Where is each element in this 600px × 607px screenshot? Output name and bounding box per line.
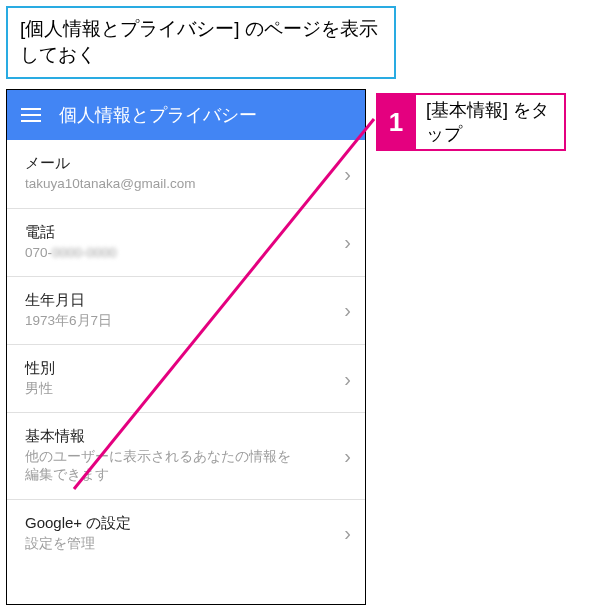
app-bar-title: 個人情報とプライバシー: [59, 103, 257, 127]
list-item-sub: 設定を管理: [25, 535, 295, 553]
list-item-title: Google+ の設定: [25, 514, 349, 533]
list-item-title: メール: [25, 154, 349, 173]
chevron-right-icon: ›: [344, 369, 351, 389]
step-number-badge: 1: [376, 93, 416, 151]
list-item-basic-info[interactable]: 基本情報 他のユーザーに表示されるあなたの情報を編集できます ›: [7, 413, 365, 499]
hamburger-icon[interactable]: [21, 108, 41, 122]
list-item-title: 生年月日: [25, 291, 349, 310]
chevron-right-icon: ›: [344, 446, 351, 466]
list-item[interactable]: Google+ の設定 設定を管理 ›: [7, 500, 365, 567]
list-item[interactable]: メール takuya10tanaka@gmail.com ›: [7, 140, 365, 208]
chevron-right-icon: ›: [344, 232, 351, 252]
list-item-sub: 1973年6月7日: [25, 312, 295, 330]
chevron-right-icon: ›: [344, 523, 351, 543]
list-item[interactable]: 性別 男性 ›: [7, 345, 365, 413]
list-item-sub: 男性: [25, 380, 295, 398]
step-callout: 1 [基本情報] をタップ: [376, 93, 566, 151]
list-item-title: 性別: [25, 359, 349, 378]
chevron-right-icon: ›: [344, 164, 351, 184]
settings-list: メール takuya10tanaka@gmail.com › 電話 070-00…: [7, 140, 365, 567]
list-item-sub: 070-0000-0000: [25, 244, 295, 262]
list-item[interactable]: 生年月日 1973年6月7日 ›: [7, 277, 365, 345]
instruction-callout: [個人情報とプライバシー] のページを表示しておく: [6, 6, 396, 79]
app-bar: 個人情報とプライバシー: [7, 90, 365, 140]
step-text: [基本情報] をタップ: [416, 93, 566, 151]
list-item[interactable]: 電話 070-0000-0000 ›: [7, 209, 365, 277]
list-item-sub: takuya10tanaka@gmail.com: [25, 175, 295, 193]
list-item-title: 基本情報: [25, 427, 349, 446]
list-item-sub: 他のユーザーに表示されるあなたの情報を編集できます: [25, 448, 295, 484]
chevron-right-icon: ›: [344, 300, 351, 320]
stage: 個人情報とプライバシー メール takuya10tanaka@gmail.com…: [6, 89, 594, 607]
list-item-title: 電話: [25, 223, 349, 242]
phone-frame: 個人情報とプライバシー メール takuya10tanaka@gmail.com…: [6, 89, 366, 605]
